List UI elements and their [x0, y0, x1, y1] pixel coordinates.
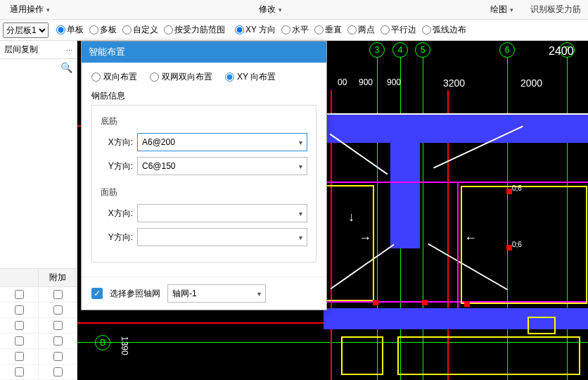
axis-bubble-B: B: [95, 335, 110, 350]
x-label: X方向:: [101, 137, 133, 148]
chevron-down-icon: ▾: [510, 6, 513, 13]
row3-col2[interactable]: [53, 321, 63, 330]
chevron-down-icon: ▾: [299, 234, 302, 241]
ellipsis-icon: ···: [66, 46, 72, 54]
row6-col2[interactable]: [53, 367, 63, 376]
row4-col1[interactable]: [15, 336, 24, 346]
axis-bubble-5: 5: [415, 42, 430, 58]
left-panel: 层间复制··· 🔍 附加: [0, 41, 77, 380]
row5-col1[interactable]: [15, 352, 24, 361]
mode-radio-group: 双向布置 双网双向布置 XY 向布置: [91, 71, 317, 83]
smart-layout-dialog: 智能布置 双向布置 双网双向布置 XY 向布置 钢筋信息 底筋 X方向: A6@…: [81, 41, 327, 310]
chevron-down-icon: ▾: [299, 139, 302, 146]
row5-col2[interactable]: [53, 352, 63, 361]
rebar-annotation: 0;6: [512, 241, 522, 248]
search-icon[interactable]: 🔍: [60, 62, 72, 73]
x-label: X方向:: [101, 208, 133, 220]
y-label: Y方向:: [101, 232, 133, 243]
copy-between-floors[interactable]: 层间复制···: [0, 41, 77, 59]
y-label: Y方向:: [101, 160, 133, 172]
row2-col2[interactable]: [53, 305, 63, 315]
row1-col2[interactable]: [53, 290, 63, 299]
radio-xy[interactable]: XY 方向: [233, 24, 278, 36]
layer-select[interactable]: 分层板1: [3, 23, 49, 38]
menu-recognize[interactable]: 识别板受力筋: [523, 4, 588, 15]
chevron-down-icon: ▾: [299, 210, 302, 217]
row3-col1[interactable]: [15, 321, 24, 330]
radio-vert[interactable]: 垂直: [312, 24, 344, 36]
shape-radio-group: 单板 多板 自定义 按受力筋范围: [54, 24, 227, 36]
chevron-down-icon: ▾: [46, 6, 50, 13]
col2-header: 附加: [39, 269, 77, 286]
radio-bidir[interactable]: 双向布置: [91, 71, 137, 83]
menubar: 通用操作▾ 修改▾ 绘图▾ 识别板受力筋: [0, 0, 588, 20]
bottom-x-combo[interactable]: A6@200▾: [137, 133, 307, 151]
col1-header: [0, 269, 39, 286]
chevron-down-icon: ▾: [299, 163, 302, 170]
dim-label: 3200: [443, 77, 465, 89]
radio-single[interactable]: 单板: [54, 24, 86, 36]
radio-two-point[interactable]: 两点: [345, 24, 377, 36]
axis-bubble-3: 3: [369, 42, 385, 58]
chevron-down-icon: ▾: [257, 290, 261, 298]
reference-grid-row: ✓ 选择参照轴网 轴网-1▾: [82, 277, 326, 310]
dialog-title: 智能布置: [82, 42, 326, 63]
menu-draw[interactable]: 绘图▾: [480, 4, 523, 15]
column-header: 附加: [0, 268, 77, 287]
radio-multi[interactable]: 多板: [87, 24, 119, 36]
arrow-icon: ←: [464, 231, 477, 246]
radio-xydir[interactable]: XY 向布置: [225, 71, 276, 83]
toolbar: 分层板1 单板 多板 自定义 按受力筋范围 XY 方向 水平 垂直 两点 平行边…: [0, 20, 588, 41]
bottom-y-combo[interactable]: C6@150▾: [137, 157, 307, 175]
top-y-combo[interactable]: ▾: [137, 228, 307, 246]
row1-col1[interactable]: [15, 290, 24, 299]
axis-bubble-6: 6: [499, 42, 515, 58]
chevron-down-icon: ▾: [279, 6, 282, 13]
rebar-annotation: 0;6: [512, 184, 522, 192]
radio-arc[interactable]: 弧线边布: [420, 24, 468, 36]
group-label: 钢筋信息: [91, 90, 317, 102]
reference-grid-checkbox[interactable]: ✓: [91, 288, 103, 299]
row4-col2[interactable]: [53, 336, 63, 346]
menu-modify[interactable]: 修改▾: [249, 4, 292, 15]
radio-horiz[interactable]: 水平: [279, 24, 311, 36]
radio-parallel[interactable]: 平行边: [378, 24, 418, 36]
reference-grid-label: 选择参照轴网: [110, 288, 160, 300]
row2-col1[interactable]: [15, 305, 24, 315]
radio-custom[interactable]: 自定义: [120, 24, 160, 36]
top-x-combo[interactable]: ▾: [137, 204, 307, 222]
corner-number: 2400: [549, 45, 574, 58]
axis-bubble-4: 4: [392, 42, 408, 58]
menu-general[interactable]: 通用操作▾: [0, 4, 60, 15]
vdim-label: 1390: [120, 336, 129, 355]
dir-radio-group: XY 方向 水平 垂直 两点 平行边 弧线边布: [233, 24, 468, 36]
radio-by-force[interactable]: 按受力筋范围: [162, 24, 227, 36]
dim-label: 900: [359, 77, 373, 87]
arrow-icon: →: [359, 231, 371, 246]
reference-grid-combo[interactable]: 轴网-1▾: [167, 284, 266, 303]
dim-label: 00: [338, 77, 347, 87]
radio-doublenet[interactable]: 双网双向布置: [150, 71, 212, 83]
checkbox-rows: [0, 287, 77, 380]
dim-label: 900: [387, 77, 401, 87]
dim-label: 2000: [520, 77, 542, 89]
top-label: 面筋: [101, 186, 307, 198]
arrow-icon: ↓: [348, 210, 354, 224]
rebar-fieldset: 底筋 X方向: A6@200▾ Y方向: C6@150▾ 面筋 X方向: ▾ Y…: [91, 105, 317, 262]
row6-col1[interactable]: [15, 367, 24, 376]
search-row: 🔍: [0, 59, 77, 76]
bottom-label: 底筋: [101, 115, 307, 127]
